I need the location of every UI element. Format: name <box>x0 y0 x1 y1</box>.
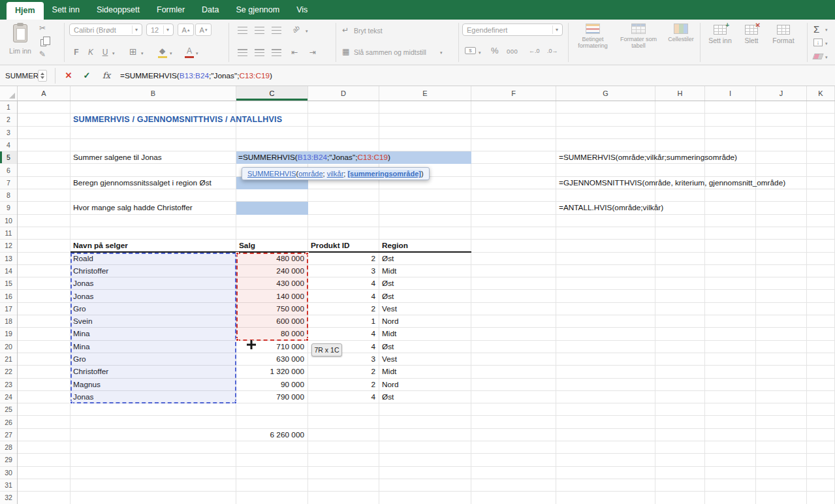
cell-E23[interactable]: Nord <box>379 379 399 391</box>
tooltip-arg-vilkar[interactable]: vilkår <box>327 170 344 178</box>
column-header-A[interactable]: A <box>18 86 71 101</box>
number-format-select[interactable]: Egendefinert▾ <box>462 24 563 36</box>
cell-C23[interactable]: 90 000 <box>236 379 304 391</box>
column-header-K[interactable]: K <box>807 86 835 101</box>
row-header-7[interactable]: 7 <box>0 177 17 189</box>
row-header-17[interactable]: 17 <box>0 303 17 315</box>
chevron-down-icon[interactable]: ▾ <box>170 51 172 55</box>
name-box-stepper[interactable] <box>38 70 47 82</box>
percent-format-button[interactable]: % <box>491 46 499 55</box>
text-orientation-icon[interactable]: ab <box>291 25 301 35</box>
row-header-4[interactable]: 4 <box>0 139 17 151</box>
active-cell-editor[interactable]: =SUMMERHVIS(B13:B24;"Jonas";C13:C19) <box>236 151 471 164</box>
highlighted-cell-C9[interactable] <box>236 202 308 214</box>
delete-cells-button[interactable]: ✕ Slett <box>739 24 764 61</box>
increase-indent-icon[interactable]: ⇥ <box>309 48 316 56</box>
clear-eraser-icon[interactable] <box>812 54 823 59</box>
range-handle[interactable] <box>236 338 239 341</box>
cell-E15[interactable]: Øst <box>379 277 394 290</box>
cell-E14[interactable]: Midt <box>379 265 396 277</box>
cell-D18[interactable]: 1 <box>308 315 375 328</box>
chevron-down-icon[interactable]: ▾ <box>440 50 443 55</box>
row-header-5[interactable]: 5 <box>0 151 17 164</box>
cell-D12[interactable]: Produkt ID <box>308 240 350 252</box>
increase-font-button[interactable]: A▴ <box>178 24 194 36</box>
tab-formler[interactable]: Formler <box>148 0 193 20</box>
align-bottom-icon[interactable] <box>272 27 281 34</box>
cell-E22[interactable]: Midt <box>379 366 396 378</box>
row-header-9[interactable]: 9 <box>0 202 17 214</box>
row-header-32[interactable]: 32 <box>0 492 17 504</box>
cell-B7[interactable]: Beregn gjennomssnitssalget i region Øst <box>71 177 212 189</box>
tab-se-gjennom[interactable]: Se gjennom <box>227 0 288 20</box>
align-middle-icon[interactable] <box>255 27 264 34</box>
row-header-22[interactable]: 22 <box>0 366 17 378</box>
cell-styles-button[interactable]: Cellestiler <box>663 22 699 63</box>
row-header-19[interactable]: 19 <box>0 328 17 340</box>
row-header-2[interactable]: 2 <box>0 114 17 126</box>
cell-D16[interactable]: 4 <box>308 291 375 303</box>
chevron-down-icon[interactable]: ▾ <box>479 50 481 55</box>
row-header-20[interactable]: 20 <box>0 341 17 353</box>
formula-input[interactable]: =SUMMERHVIS(B13:B24;"Jonas";C13:C19) <box>120 65 272 86</box>
increase-decimal-icon[interactable]: ←.0 <box>529 48 540 54</box>
selected-range-C13-C19[interactable] <box>236 253 308 341</box>
cell-B9[interactable]: Hvor mange salg hadde Christoffer <box>71 202 193 214</box>
format-cells-button[interactable]: Format <box>768 24 799 61</box>
insert-function-button[interactable]: fx <box>99 65 114 86</box>
row-header-1[interactable]: 1 <box>0 101 17 114</box>
font-color-icon[interactable]: A <box>187 47 192 55</box>
wrap-text-label[interactable]: Bryt tekst <box>354 27 383 35</box>
row-header-21[interactable]: 21 <box>0 353 17 366</box>
row-header-31[interactable]: 31 <box>0 479 17 492</box>
column-header-C[interactable]: C <box>236 86 308 101</box>
cell-C27[interactable]: 6 260 000 <box>236 429 304 441</box>
column-header-B[interactable]: B <box>71 86 236 101</box>
row-header-15[interactable]: 15 <box>0 277 17 290</box>
cell-D22[interactable]: 2 <box>308 366 375 378</box>
tab-sideoppsett[interactable]: Sideoppsett <box>88 0 148 20</box>
column-header-I[interactable]: I <box>705 86 756 101</box>
cell-E13[interactable]: Øst <box>379 253 394 265</box>
column-header-E[interactable]: E <box>379 86 471 101</box>
cell-E21[interactable]: Vest <box>379 353 397 366</box>
row-header-12[interactable]: 12 <box>0 240 17 252</box>
cell-E20[interactable]: Øst <box>379 341 394 353</box>
row-header-25[interactable]: 25 <box>0 403 17 416</box>
conditional-formatting-button[interactable]: Betinget formatering <box>572 22 614 63</box>
chevron-down-icon[interactable]: ▾ <box>141 51 144 55</box>
row-header-26[interactable]: 26 <box>0 417 17 429</box>
row-header-8[interactable]: 8 <box>0 189 17 202</box>
column-header-H[interactable]: H <box>655 86 705 101</box>
tooltip-arg-summeringsomrade[interactable]: [summeringsområde] <box>347 170 420 178</box>
row-header-13[interactable]: 13 <box>0 253 17 265</box>
row-header-10[interactable]: 10 <box>0 215 17 227</box>
cell-C12[interactable]: Salg <box>236 240 255 252</box>
column-header-J[interactable]: J <box>756 86 807 101</box>
row-header-27[interactable]: 27 <box>0 429 17 441</box>
range-handle[interactable] <box>236 252 239 255</box>
tooltip-function-link[interactable]: SUMMERHVIS <box>247 170 296 178</box>
fill-down-icon[interactable]: ↓ <box>813 39 823 46</box>
tab-hjem[interactable]: Hjem <box>7 2 44 20</box>
merge-center-icon[interactable]: ▦ <box>342 48 349 55</box>
chevron-down-icon[interactable]: ▾ <box>196 51 198 55</box>
cell-G7[interactable]: =GJENNOMSNITTHVIS(område, kriterium, gje… <box>556 177 785 189</box>
tab-vis[interactable]: Vis <box>288 0 316 20</box>
chevron-down-icon[interactable]: ▾ <box>825 27 828 32</box>
cell-D13[interactable]: 2 <box>308 253 375 265</box>
cell-C22[interactable]: 1 320 000 <box>236 366 304 378</box>
range-handle[interactable] <box>306 252 309 255</box>
chevron-down-icon[interactable]: ▾ <box>112 51 115 55</box>
range-handle[interactable] <box>70 401 73 404</box>
cell-E12[interactable]: Region <box>379 240 408 252</box>
row-header-6[interactable]: 6 <box>0 165 17 177</box>
row-header-3[interactable]: 3 <box>0 127 17 139</box>
thousands-format-button[interactable]: 000 <box>507 48 518 55</box>
fill-color-icon[interactable]: ◆ <box>159 47 165 55</box>
row-header-16[interactable]: 16 <box>0 291 17 303</box>
autosum-button[interactable]: Σ <box>813 24 819 34</box>
align-left-icon[interactable] <box>238 49 247 56</box>
name-box[interactable]: SUMMER <box>5 65 39 86</box>
chevron-down-icon[interactable]: ▾ <box>825 55 828 59</box>
